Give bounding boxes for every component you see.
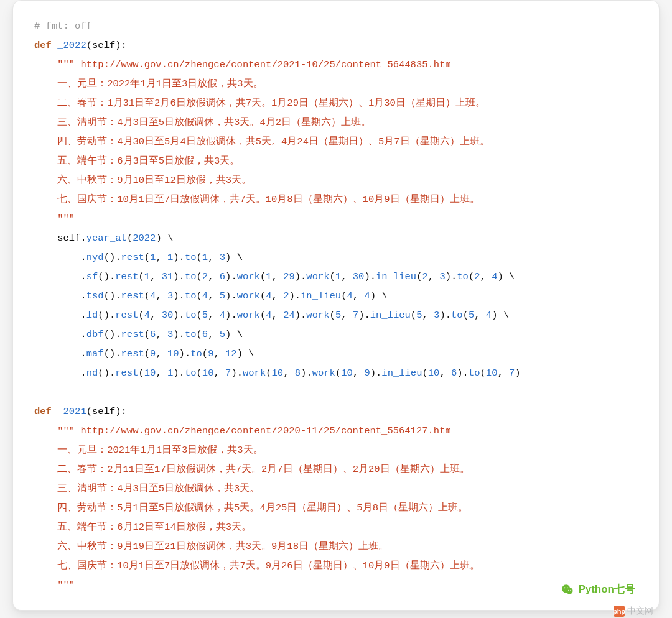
self: self <box>57 233 80 244</box>
arg: 10 <box>202 367 214 379</box>
method: tsd <box>86 290 104 302</box>
arg: 10 <box>341 367 353 379</box>
doc-line-7: 七、国庆节：10月1日至7日放假调休，共7天。10月8日（星期六）、10月9日（… <box>57 194 479 205</box>
method: work <box>237 290 260 302</box>
arg: 10 <box>272 367 284 379</box>
arg: 1 <box>167 367 173 379</box>
arg: 4 <box>486 310 492 321</box>
arg: 24 <box>283 310 295 321</box>
comment-line: # fmt: off <box>34 21 92 32</box>
method: to <box>185 329 197 340</box>
method: to <box>451 310 463 321</box>
method: sf <box>86 271 98 282</box>
method: work <box>237 310 260 321</box>
doc-line-5: 五、端午节：6月3日至5日放假，共3天。 <box>57 155 240 167</box>
line-cont: \ <box>167 233 173 244</box>
arg: 4 <box>364 290 370 302</box>
arg: 8 <box>295 367 301 379</box>
arg: 30 <box>353 271 365 282</box>
method: rest <box>115 271 138 282</box>
method: to <box>190 348 202 359</box>
doc-line-4: 四、劳动节：4月30日至5月4日放假调休，共5天。4月24日（星期日）、5月7日… <box>57 136 489 147</box>
arg: 9 <box>364 367 370 379</box>
arg: 31 <box>162 271 174 282</box>
arg: 10 <box>167 348 179 359</box>
arg: 4 <box>144 310 150 321</box>
arg: 3 <box>167 290 173 302</box>
keyword-def: def <box>34 406 52 417</box>
func-params-2: (self): <box>86 406 127 417</box>
arg: 5 <box>469 310 474 321</box>
arg: 7 <box>509 367 515 379</box>
docstring-close: """ <box>57 213 75 224</box>
arg: 6 <box>220 271 225 282</box>
method: work <box>312 367 335 379</box>
method: to <box>469 367 480 379</box>
func-name: _2022 <box>57 40 86 51</box>
arg: 7 <box>353 310 358 321</box>
method: in_lieu <box>376 271 416 282</box>
doc-line-2: 二、春节：1月31日至2月6日放假调休，共7天。1月29日（星期六）、1月30日… <box>57 98 485 109</box>
arg: 1 <box>266 271 271 282</box>
docstring-open: """ <box>57 59 75 70</box>
arg: 9 <box>150 348 156 359</box>
arg: 5 <box>202 310 208 321</box>
arg: 4 <box>266 310 271 321</box>
method: dbf <box>86 329 104 340</box>
line-cont: \ <box>503 310 509 321</box>
method: to <box>185 252 197 263</box>
method: rest <box>121 252 144 263</box>
arg: 10 <box>144 367 156 379</box>
arg: 5 <box>220 290 225 302</box>
method: nd <box>86 367 98 379</box>
method: rest <box>115 310 138 321</box>
doc2-line-7: 七、国庆节：10月1日至7日放假调休，共7天。9月26日（星期日）、10月9日（… <box>57 560 479 571</box>
method-year-at: year_at <box>86 233 127 244</box>
docstring-open-2: """ <box>57 425 75 436</box>
arg: 1 <box>144 271 150 282</box>
frame: # fmt: off def _2022(self): """ http://w… <box>0 0 672 618</box>
method: work <box>306 271 329 282</box>
method: to <box>457 271 469 282</box>
doc2-line-2: 二、春节：2月11日至17日放假调休，共7天。2月7日（星期日）、2月20日（星… <box>57 464 469 475</box>
arg: 10 <box>428 367 440 379</box>
method: to <box>185 271 197 282</box>
arg: 1 <box>150 252 156 263</box>
doc2-line-1: 一、元旦：2021年1月1日至3日放假，共3天。 <box>57 445 263 456</box>
line-cont: \ <box>237 252 243 263</box>
func-name-2: _2021 <box>57 406 86 417</box>
method: rest <box>115 367 138 379</box>
arg: 2022 <box>133 233 156 244</box>
arg: 1 <box>167 252 173 263</box>
arg: 6 <box>451 367 457 379</box>
func-params: (self): <box>86 40 127 51</box>
method: to <box>185 367 197 379</box>
method: work <box>243 367 266 379</box>
method: to <box>185 310 197 321</box>
arg: 29 <box>283 271 295 282</box>
line-cont: \ <box>381 290 387 302</box>
arg: 4 <box>202 290 208 302</box>
doc2-line-5: 五、端午节：6月12日至14日放假，共3天。 <box>57 522 251 533</box>
arg: 30 <box>162 310 174 321</box>
docstring-close-2: """ <box>57 579 75 591</box>
doc-url-2021: http://www.gov.cn/zhengce/content/2020-1… <box>80 425 450 436</box>
arg: 6 <box>202 329 208 340</box>
method: rest <box>121 348 144 359</box>
arg: 4 <box>347 290 353 302</box>
arg: 10 <box>486 367 498 379</box>
line-cont: \ <box>509 271 515 282</box>
arg: 12 <box>225 348 237 359</box>
method: work <box>237 271 260 282</box>
arg: 5 <box>335 310 341 321</box>
arg: 7 <box>225 367 231 379</box>
method: in_lieu <box>301 290 341 302</box>
arg: 4 <box>266 290 271 302</box>
doc-url-2022: http://www.gov.cn/zhengce/content/2021-1… <box>80 59 450 70</box>
arg: 2 <box>474 271 480 282</box>
method: ld <box>86 310 98 321</box>
arg: 1 <box>202 252 208 263</box>
method: nyd <box>86 252 104 263</box>
arg: 4 <box>220 310 225 321</box>
code-block: # fmt: off def _2022(self): """ http://w… <box>34 17 638 595</box>
